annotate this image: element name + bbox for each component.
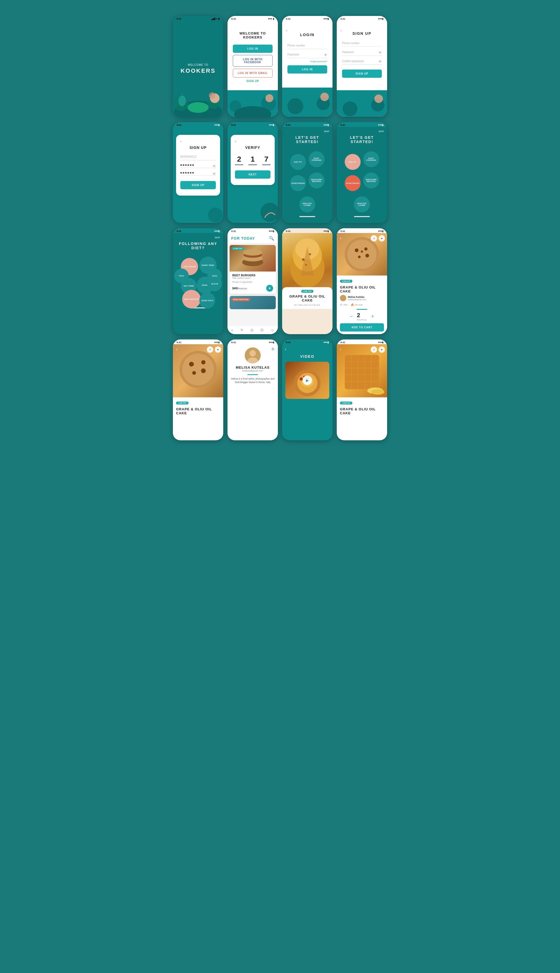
profile-phone: 9:41 ▾▾▾▮ ⚙ MELISA KUTELAS kutelas@gmail… <box>228 339 278 440</box>
verify-digit-3[interactable]: 7 <box>262 155 270 165</box>
people-plus-button[interactable]: + <box>371 314 374 319</box>
recipe-card-tag: LOW FAT <box>301 290 313 293</box>
login-phone-field[interactable]: Phone number <box>287 42 327 49</box>
signup-card-password-1[interactable]: 👁 <box>180 162 216 168</box>
home-nav-icon[interactable]: ⌂ <box>231 328 233 332</box>
signup-card-back[interactable]: ‹ <box>180 139 216 143</box>
share-button[interactable]: ↗ <box>371 235 377 242</box>
signup-submit-button[interactable]: SIGN UP <box>342 70 382 78</box>
verify-digits-row: 2 1 7 <box>235 155 270 165</box>
rd2-share-button[interactable]: ↗ <box>207 346 213 353</box>
signup-confirm-field[interactable]: Confirm password <box>342 58 382 65</box>
recipe-detail-phone: 9:41 ▾▾▾▮ <box>337 228 387 334</box>
onboard2-skip[interactable]: Skip <box>378 130 384 133</box>
add-to-cart-button[interactable]: ADD TO CART <box>340 323 384 331</box>
author-email: kutelas@gmail.com <box>348 298 367 301</box>
bubble-eat-fit-1[interactable]: EAT FIT <box>290 154 306 170</box>
bubble-eat-fit-2[interactable]: EAT FIT <box>345 154 361 170</box>
signup-phone-field[interactable]: Phone number <box>342 40 382 47</box>
svg-point-45 <box>250 350 256 356</box>
status-bar-recipe-last: 9:41 ▾▾▾▮ <box>337 339 387 344</box>
verify-digit-2[interactable]: 1 <box>248 155 257 165</box>
bubble-vegetarian-2[interactable]: VEGETARIAN <box>345 175 361 191</box>
onboard2-bubbles: EAT FIT EASY COOKING VEGETARIAN DISCOVER… <box>340 149 384 214</box>
bubble-vegetarian-1[interactable]: VEGETARIAN <box>290 175 306 191</box>
signup-card-eye-2[interactable]: 👁 <box>213 172 216 176</box>
signup-eye-icon-2[interactable]: 👁 <box>378 60 382 64</box>
play-button[interactable]: ▶ <box>303 376 312 385</box>
svg-point-64 <box>371 390 385 395</box>
recipe-last-share-btn[interactable]: ↗ <box>371 346 377 353</box>
status-bar-verify: 9:41 ▾▾▾▮ <box>228 122 278 127</box>
login-password-field[interactable]: Password <box>287 51 327 58</box>
favorite-button[interactable]: ♥ <box>378 235 385 242</box>
recipe-last-phone: 9:41 ▾▾▾▮ <box>337 339 387 440</box>
bubble-healthy-1[interactable]: HEALTHY LIVING <box>299 196 315 212</box>
signup-card-button[interactable]: SIGN UP <box>180 181 216 189</box>
signup-link[interactable]: SIGN UP <box>246 80 259 82</box>
add-recipe-1-button[interactable]: + <box>266 285 273 292</box>
rd2-back[interactable]: ‹ <box>176 347 177 352</box>
onboard1-skip[interactable]: Skip <box>324 130 329 133</box>
signal-splash <box>211 18 215 20</box>
recipe-last-back[interactable]: ‹ <box>340 347 341 352</box>
signup-card-phone-value[interactable]: 08765434112 <box>180 154 216 160</box>
recipe-last-fav-btn[interactable]: ♥ <box>378 346 385 353</box>
profile-nav-icon[interactable]: ☺ <box>271 328 275 332</box>
bubble-good-fats[interactable]: GOOD FATS <box>199 293 215 308</box>
signup-password-field[interactable]: Password <box>342 49 382 56</box>
signup-card-password-2[interactable]: 👁 <box>180 170 216 176</box>
bubble-discover-2[interactable]: DISCOVER RECIPES <box>363 172 379 189</box>
recipe-detail-content: LOW FAT GRAPE & OLIU OIL CAKE Melisa Kut… <box>337 276 387 334</box>
video-thumbnail: ▶ <box>285 362 329 399</box>
status-icons-today: ▾▾▾▮ <box>269 230 274 232</box>
diet-skip[interactable]: Skip <box>215 236 220 239</box>
login-button[interactable]: LOG IN <box>233 45 273 53</box>
time-diet: 9:41 <box>177 230 182 232</box>
verify-back[interactable]: ‹ <box>235 139 270 143</box>
bubble-high-protein[interactable]: HIGH PROTEIN <box>182 290 201 308</box>
status-icons-recipe-last: ▾▾▾▮ <box>378 341 383 344</box>
bubble-glute[interactable]: GLUTE <box>207 277 222 291</box>
camera-nav-icon[interactable]: ◎ <box>250 328 253 332</box>
recipe-detail2-phone: 9:41 ▾▾▾▮ ‹ <box>173 339 223 440</box>
time-rd2: 9:41 <box>177 341 182 344</box>
signup-card-title: SIGN UP <box>180 145 216 150</box>
video-back[interactable]: ‹ <box>282 344 333 354</box>
signup-card: ‹ SIGN UP 08765434112 👁 👁 SIGN UP <box>176 135 220 196</box>
login-back-arrow[interactable]: ‹ <box>286 28 287 32</box>
clock-icon: ⏱ <box>340 303 343 306</box>
verify-digit-1[interactable]: 2 <box>235 155 243 165</box>
rd2-favorite-button[interactable]: ♥ <box>215 346 221 353</box>
recipe-detail-back[interactable]: ‹ <box>340 236 341 241</box>
signup-card-eye-1[interactable]: 👁 <box>213 164 216 168</box>
time-onboard1: 9:41 <box>286 124 291 126</box>
splash-svg <box>173 80 223 117</box>
bubble-easy-cooking-2[interactable]: EASY COOKING <box>363 151 379 167</box>
recipe-card-back[interactable]: ‹ <box>285 236 287 241</box>
login-title: LOGIN <box>287 33 327 37</box>
login-submit-button[interactable]: LOG IN <box>287 65 327 74</box>
forgot-password-link[interactable]: Forgot password? <box>287 60 327 63</box>
people-minus-button[interactable]: − <box>350 314 353 319</box>
time-profile: 9:41 <box>231 341 236 344</box>
settings-icon[interactable]: ⚙ <box>271 347 275 351</box>
today-header: FOR TODAY 🔍 <box>228 233 278 243</box>
email-login-button[interactable]: LOG IN WITH EMAIL <box>233 69 273 77</box>
onboard2-indicator <box>354 216 370 217</box>
verify-phone: 9:41 ▾▾▾▮ ‹ VERIFY 2 1 7 NEXT <box>228 122 278 223</box>
signup-eye-icon-1[interactable]: 👁 <box>378 51 382 54</box>
signup-back-arrow[interactable]: ‹ <box>340 28 342 32</box>
bubble-discover-1[interactable]: DISCOVER RECIPES <box>308 172 325 189</box>
svg-point-16 <box>343 101 357 116</box>
password-eye-icon[interactable]: 👁 <box>324 53 327 57</box>
facebook-login-button[interactable]: LOG IN WITH FACEBOOK <box>233 55 273 67</box>
verify-next-button[interactable]: NEXT <box>235 171 270 179</box>
close-nav-icon[interactable]: ✕ <box>240 328 243 332</box>
search-icon-today[interactable]: 🔍 <box>269 236 274 241</box>
welcome-content: WELCOME TO KOOKERS LOG IN LOG IN WITH FA… <box>228 21 278 90</box>
bubble-easy-cooking-1[interactable]: EASY COOKING <box>308 151 325 167</box>
verify-screen: ‹ VERIFY 2 1 7 NEXT <box>228 127 278 223</box>
bubble-healthy-2[interactable]: HEALTHY LIVING <box>354 196 370 212</box>
filter-nav-icon[interactable]: ⊟ <box>260 328 263 332</box>
